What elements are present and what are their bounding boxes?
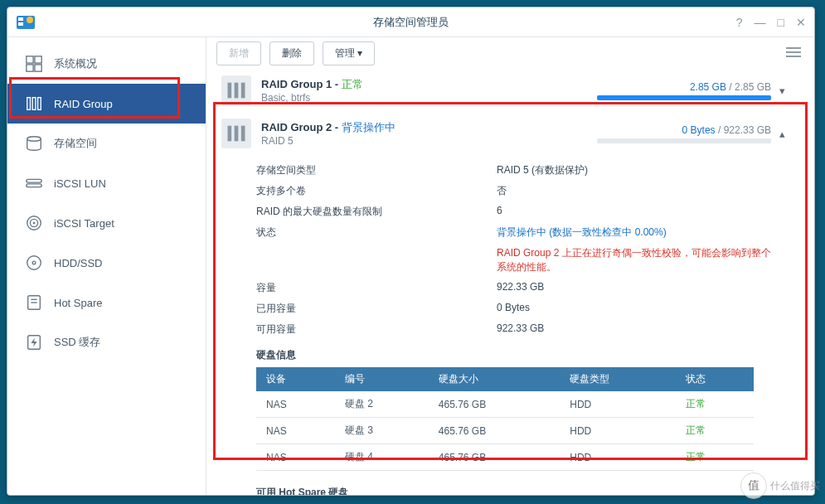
sidebar-item-label: RAID Group [54, 98, 113, 110]
svg-rect-6 [27, 65, 33, 71]
sidebar-item-label: HDD/SSD [54, 257, 103, 269]
new-button[interactable]: 新增 [216, 41, 261, 65]
detail-row-multi: 支持多个卷否 [256, 181, 804, 201]
detail-row-type: 存储空间类型RAID 5 (有数据保护) [256, 160, 804, 181]
svg-rect-5 [35, 56, 41, 63]
svg-rect-28 [241, 83, 245, 99]
svg-point-3 [27, 17, 33, 23]
svg-point-17 [27, 256, 41, 270]
titlebar: 存储空间管理员 ? — □ ✕ [7, 7, 814, 37]
svg-rect-9 [32, 98, 36, 110]
detail-row-used: 已用容量0 Bytes [256, 298, 804, 319]
svg-rect-12 [27, 179, 41, 182]
sidebar: 系统概况 RAID Group 存储空间 iSCSI LUN iSCSI Tar… [7, 37, 206, 495]
raid-group-2-header[interactable]: RAID Group 2 - 背景操作中 RAID 5 0 Bytes / 92… [216, 112, 804, 155]
sidebar-item-iscsi-lun[interactable]: iSCSI LUN [7, 163, 206, 203]
svg-point-18 [32, 261, 36, 264]
detail-row-maxdisk: RAID 的最大硬盘数量有限制6 [256, 201, 804, 222]
svg-rect-27 [235, 83, 239, 99]
col-type: 硬盘类型 [560, 367, 676, 391]
sidebar-item-label: 系统概况 [54, 56, 97, 71]
svg-point-16 [33, 222, 36, 225]
sidebar-item-ssd-cache[interactable]: SSD 缓存 [7, 322, 206, 362]
group2-usage-text: 0 Bytes / 922.33 GB [572, 124, 771, 136]
raid-group-1-header[interactable]: RAID Group 1 - 正常 Basic, btrfs 2.85 GB /… [216, 69, 804, 112]
svg-point-11 [27, 137, 41, 142]
raid-group-icon [221, 75, 251, 105]
sidebar-item-hdd-ssd[interactable]: HDD/SSD [7, 243, 206, 283]
maximize-icon[interactable]: □ [778, 16, 784, 29]
svg-rect-31 [241, 126, 245, 142]
svg-rect-2 [18, 22, 23, 26]
close-icon[interactable]: ✕ [796, 16, 806, 29]
window-controls: ? — □ ✕ [736, 16, 806, 29]
group1-title: RAID Group 1 - 正常 [261, 77, 363, 92]
cache-icon [24, 332, 44, 352]
col-number: 编号 [335, 367, 429, 391]
group2-usage: 0 Bytes / 922.33 GB [572, 124, 771, 143]
table-row[interactable]: NAS硬盘 3465.76 GBHDD正常 [256, 418, 754, 444]
manage-button[interactable]: 管理 ▾ [323, 41, 375, 65]
svg-rect-1 [18, 17, 23, 21]
group1-subtitle: Basic, btrfs [261, 92, 363, 104]
volume-icon [24, 133, 44, 153]
app-window: 存储空间管理员 ? — □ ✕ 系统概况 RAID Group 存储空间 [7, 7, 815, 496]
spare-icon [24, 293, 44, 313]
sidebar-item-iscsi-target[interactable]: iSCSI Target [7, 203, 206, 243]
svg-rect-7 [35, 65, 41, 71]
sidebar-item-hot-spare[interactable]: Hot Spare [7, 283, 206, 322]
group2-details: 存储空间类型RAID 5 (有数据保护) 支持多个卷否 RAID 的最大硬盘数量… [216, 155, 804, 495]
svg-rect-30 [235, 126, 239, 142]
detail-row-avail: 可用容量922.33 GB [256, 319, 804, 340]
sidebar-item-label: SSD 缓存 [54, 335, 100, 350]
sidebar-item-label: 存储空间 [54, 136, 97, 151]
group2-subtitle: RAID 5 [261, 135, 396, 147]
table-row[interactable]: NAS硬盘 2465.76 GBHDD正常 [256, 391, 754, 418]
disk-table-header-row: 设备 编号 硬盘大小 硬盘类型 状态 [256, 367, 754, 391]
col-device: 设备 [256, 367, 335, 391]
svg-rect-26 [228, 83, 232, 99]
group2-title: RAID Group 2 - 背景操作中 [261, 120, 396, 135]
col-size: 硬盘大小 [429, 367, 560, 391]
group1-usage-text: 2.85 GB / 2.85 GB [572, 81, 771, 93]
watermark: 值 什么值得买 [740, 472, 820, 499]
svg-rect-29 [228, 126, 232, 142]
dashboard-icon [24, 54, 44, 74]
hdd-icon [24, 253, 44, 273]
col-state: 状态 [676, 367, 754, 391]
group1-title-block: RAID Group 1 - 正常 Basic, btrfs [261, 77, 363, 104]
chevron-down-icon[interactable]: ▾ [779, 85, 799, 97]
group1-usage-bar [597, 95, 771, 100]
delete-button[interactable]: 删除 [269, 41, 314, 65]
watermark-icon: 值 [740, 472, 767, 499]
svg-rect-13 [27, 184, 41, 187]
window-title: 存储空间管理员 [373, 15, 449, 30]
chevron-up-icon[interactable]: ▴ [779, 128, 799, 140]
raid-group-icon [221, 119, 251, 148]
help-icon[interactable]: ? [736, 16, 743, 29]
disk-info-label: 硬盘信息 [256, 348, 804, 362]
watermark-text: 什么值得买 [770, 479, 820, 493]
detail-row-warning: RAID Group 2 上正在进行奇偶一致性校验，可能会影响到整个系统的性能。 [256, 243, 804, 278]
target-icon [24, 213, 44, 233]
sidebar-item-label: Hot Spare [54, 297, 103, 309]
table-row[interactable]: NAS硬盘 4465.76 GBHDD正常 [256, 444, 754, 471]
group1-usage-fill [597, 95, 771, 100]
svg-rect-8 [27, 98, 31, 110]
svg-rect-4 [27, 56, 33, 63]
detail-row-capacity: 容量922.33 GB [256, 278, 804, 298]
list-view-icon[interactable] [783, 43, 804, 64]
sidebar-item-volume[interactable]: 存储空间 [7, 124, 206, 163]
group2-title-block: RAID Group 2 - 背景操作中 RAID 5 [261, 120, 396, 147]
toolbar: 新增 删除 管理 ▾ [206, 37, 814, 69]
main-area: 新增 删除 管理 ▾ RAID Group 1 - 正常 Basic, btrf… [206, 37, 814, 495]
sidebar-item-raid-group[interactable]: RAID Group [7, 84, 206, 124]
minimize-icon[interactable]: — [755, 16, 766, 29]
sidebar-item-overview[interactable]: 系统概况 [7, 44, 206, 84]
lun-icon [24, 173, 44, 193]
window-body: 系统概况 RAID Group 存储空间 iSCSI LUN iSCSI Tar… [7, 37, 814, 495]
app-icon [16, 12, 36, 32]
hot-spare-label: 可用 Hot Spare 硬盘 [256, 486, 804, 495]
detail-row-state: 状态背景操作中 (数据一致性检查中 0.00%) [256, 222, 804, 243]
group1-usage: 2.85 GB / 2.85 GB [572, 81, 771, 100]
